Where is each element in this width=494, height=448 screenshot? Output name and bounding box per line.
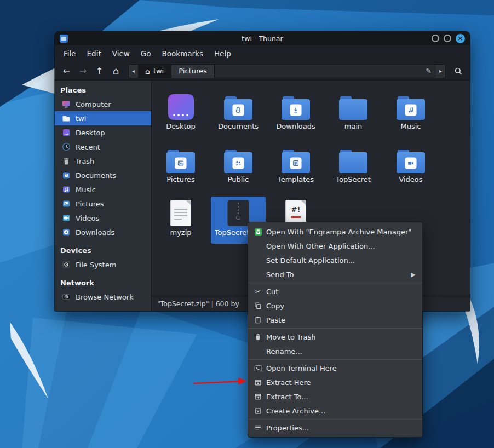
breadcrumb-scroll-right-icon[interactable]: ▸	[436, 65, 445, 78]
file-label: Desktop	[166, 122, 196, 130]
sidebar-section-places: Places	[55, 83, 151, 97]
back-button[interactable]: ←	[59, 64, 74, 78]
file-item-templates[interactable]: Templates	[268, 143, 323, 191]
music-icon	[62, 185, 71, 194]
file-label: myzip	[170, 228, 191, 237]
minimize-button[interactable]	[432, 35, 439, 42]
sidebar-item-computer[interactable]: Computer	[55, 97, 151, 111]
file-item-documents[interactable]: Documents	[211, 90, 266, 137]
sidebar-item-videos[interactable]: Videos	[55, 211, 151, 225]
sidebar-item-twi[interactable]: twi	[55, 111, 151, 125]
file-label: Public	[228, 175, 249, 183]
menu-help[interactable]: Help	[209, 47, 237, 60]
terminal-icon	[254, 364, 262, 372]
search-icon	[454, 67, 463, 76]
menu-item-rename[interactable]: Rename...	[248, 344, 422, 358]
titlebar[interactable]: twi - Thunar ×	[55, 31, 470, 45]
no-icon	[254, 270, 262, 279]
file-item-topsecret-folder[interactable]: TopSecret	[326, 143, 381, 191]
file-item-public[interactable]: Public	[211, 143, 266, 191]
folder-template-icon	[282, 150, 310, 173]
menu-item-extract-to[interactable]: Extract To...	[248, 389, 422, 404]
menu-item-label: Properties...	[266, 424, 309, 432]
sidebar-item-label: Computer	[76, 100, 111, 108]
menu-item-label: Open With "Engrampa Archive Manager"	[266, 228, 411, 236]
desktop-gradient-icon	[168, 94, 194, 120]
sidebar-item-recent[interactable]: Recent	[55, 140, 151, 154]
extract-to-icon	[254, 392, 262, 401]
menu-bookmarks[interactable]: Bookmarks	[157, 47, 209, 60]
menu-item-move-to-trash[interactable]: Move to Trash	[248, 330, 422, 344]
sidebar-item-desktop[interactable]: Desktop	[55, 125, 151, 140]
trash-icon	[62, 157, 71, 165]
sidebar-item-browse-network[interactable]: Browse Network	[55, 290, 151, 304]
menu-item-label: Paste	[266, 316, 285, 324]
breadcrumb-home[interactable]: ⌂ twi	[138, 65, 171, 78]
sidebar-section-devices: Devices	[55, 243, 151, 257]
menu-edit[interactable]: Edit	[82, 47, 107, 60]
forward-button[interactable]: →	[76, 64, 90, 78]
menu-item-label: Extract Here	[266, 378, 311, 387]
file-label: TopSecret	[336, 175, 371, 183]
menu-item-label: Cut	[266, 288, 278, 296]
recent-clock-icon	[62, 142, 71, 151]
menu-item-copy[interactable]: Copy	[248, 298, 422, 313]
sidebar-item-downloads[interactable]: Downloads	[55, 225, 151, 239]
breadcrumb-label: twi	[153, 67, 164, 75]
sidebar-item-file-system[interactable]: File System	[55, 257, 151, 272]
file-item-myzip[interactable]: myzip	[153, 197, 208, 244]
sidebar-item-trash[interactable]: Trash	[55, 154, 151, 168]
sidebar-item-music[interactable]: Music	[55, 182, 151, 197]
file-item-main[interactable]: main	[326, 90, 381, 137]
sidebar-item-label: Recent	[76, 143, 100, 151]
search-button[interactable]	[451, 64, 466, 78]
breadcrumb-scroll-left-icon[interactable]: ◂	[129, 65, 138, 78]
scissors-icon: ✂	[254, 287, 262, 296]
menu-item-open-with-engrampa[interactable]: Open With "Engrampa Archive Manager"	[248, 225, 422, 239]
file-item-desktop[interactable]: Desktop	[153, 90, 208, 137]
file-item-pictures[interactable]: Pictures	[153, 143, 208, 191]
path-field[interactable]: ✎	[215, 65, 436, 78]
menu-item-label: Create Archive...	[266, 407, 325, 415]
file-item-videos[interactable]: Videos	[383, 143, 438, 191]
copy-icon	[254, 301, 262, 310]
home-button[interactable]: ⌂	[108, 64, 123, 78]
zip-archive-icon	[227, 200, 249, 226]
folder-paperclip-icon	[224, 96, 252, 120]
menu-item-paste[interactable]: Paste	[248, 313, 422, 327]
breadcrumb-label: Pictures	[179, 67, 206, 75]
close-button[interactable]: ×	[456, 34, 465, 43]
menu-item-open-terminal-here[interactable]: Open Terminal Here	[248, 361, 422, 375]
menu-item-cut[interactable]: ✂ Cut	[248, 284, 422, 298]
menu-file[interactable]: File	[58, 47, 82, 60]
file-item-downloads[interactable]: Downloads	[268, 90, 323, 137]
menu-item-label: Set Default Application...	[266, 256, 355, 265]
desktop-icon	[62, 128, 71, 137]
menu-item-open-with-other[interactable]: Open With Other Application...	[248, 239, 422, 253]
file-item-music[interactable]: Music	[383, 90, 438, 137]
submenu-arrow-icon: ▶	[411, 271, 416, 278]
menu-item-create-archive[interactable]: Create Archive...	[248, 404, 422, 418]
sidebar-item-label: Music	[76, 186, 96, 194]
menu-item-set-default-application[interactable]: Set Default Application...	[248, 253, 422, 267]
menu-item-extract-here[interactable]: Extract Here	[248, 375, 422, 389]
menu-item-properties[interactable]: Properties...	[248, 421, 422, 435]
up-button[interactable]: ↑	[92, 64, 107, 78]
window-title: twi - Thunar	[55, 35, 470, 43]
menu-item-label: Open Terminal Here	[266, 364, 337, 372]
menu-item-send-to[interactable]: Send To ▶	[248, 267, 422, 282]
sidebar-item-label: Desktop	[76, 129, 105, 137]
breadcrumb-pictures[interactable]: Pictures	[171, 65, 214, 78]
maximize-button[interactable]	[444, 35, 451, 42]
menu-go[interactable]: Go	[135, 47, 157, 60]
sidebar-item-documents[interactable]: Documents	[55, 168, 151, 182]
create-archive-icon	[254, 406, 262, 415]
filesystem-icon	[62, 260, 71, 269]
context-menu: Open With "Engrampa Archive Manager" Ope…	[248, 222, 423, 438]
file-label: Templates	[278, 175, 314, 183]
sidebar-item-pictures[interactable]: Pictures	[55, 197, 151, 211]
sidebar-item-label: Documents	[76, 171, 116, 180]
edit-path-icon[interactable]: ✎	[426, 67, 432, 75]
menu-view[interactable]: View	[107, 47, 135, 60]
toolbar: ← → ↑ ⌂ ◂ ⌂ twi Pictures ✎ ▸	[55, 62, 470, 81]
